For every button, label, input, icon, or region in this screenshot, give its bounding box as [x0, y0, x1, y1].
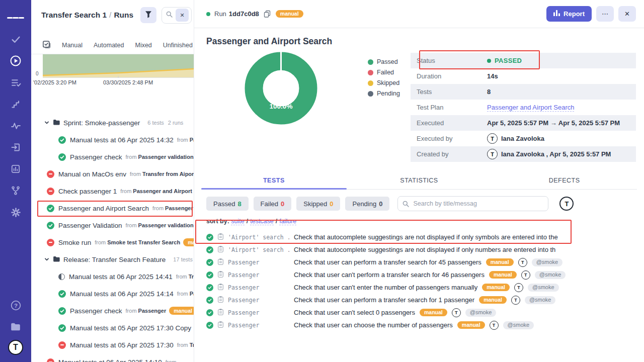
help-icon[interactable]: ? [7, 297, 24, 314]
search-icon [166, 11, 173, 20]
report-button[interactable]: Report [546, 6, 592, 22]
milestones-steps-icon[interactable] [7, 96, 24, 113]
run-tree-item[interactable]: Passenger check fromPassenger validation… [31, 148, 194, 165]
passed-status-icon [206, 234, 213, 241]
run-tree-item[interactable]: Check passenger 1 fromPassenger and Airp… [31, 183, 194, 200]
chevron-down-icon[interactable] [44, 257, 49, 262]
tests-check-icon[interactable] [7, 31, 24, 48]
filter-button[interactable] [140, 7, 156, 23]
projects-folder-icon[interactable] [7, 318, 24, 335]
tab-manual[interactable]: Manual [62, 42, 83, 49]
result-filters: Passed8 Failed0 Skipped0 Pending0 T [206, 196, 644, 211]
suite-name: Passenger [228, 322, 289, 329]
run-tree-item[interactable]: Passenger check fromPassenger manual 6 [31, 302, 194, 319]
menu-icon[interactable] [7, 9, 24, 26]
select-runs-icon[interactable] [42, 40, 51, 50]
passed-status-icon [206, 322, 213, 329]
test-row[interactable]: Passenger Check that user can't perform … [206, 268, 644, 281]
filter-failed-button[interactable]: Failed0 [254, 197, 292, 211]
import-icon[interactable] [7, 139, 24, 156]
suite-name: Passenger [228, 309, 289, 316]
branches-icon[interactable] [7, 182, 24, 199]
sort-by-failure-link[interactable]: failure [279, 218, 296, 225]
run-tree-item[interactable]: Manual tests at 06 Apr 2025 14:32 fromPa… [31, 131, 194, 148]
mixed-status-icon [58, 274, 65, 280]
passed-status-icon [58, 324, 66, 332]
run-tree-item[interactable]: Smoke run fromSmoke test Transfer Search… [31, 234, 194, 251]
copy-icon[interactable] [264, 10, 271, 18]
run-tree-item-selected[interactable]: Passenger and Airport Search fromPasseng… [31, 200, 194, 217]
test-title: Check that user can perform a transfer s… [294, 296, 474, 304]
status-value: PASSED [495, 57, 522, 64]
manual-badge: manual [169, 307, 194, 315]
test-row[interactable]: 'Airport' search ... Check that autocomp… [206, 231, 644, 243]
avatar: T [452, 308, 461, 317]
test-row[interactable]: Passenger Check that user can perform a … [206, 256, 644, 268]
run-tree-item[interactable]: Manual tests at 06 Apr 2025 14:41 fromTr… [31, 268, 194, 285]
search-tests-input[interactable] [397, 196, 548, 211]
test-title: Check that autocomplete suggestings are … [294, 233, 558, 241]
folder-tree-item[interactable]: Release: Transfer Search Feature 17 test… [31, 251, 194, 268]
user-avatar[interactable]: T [8, 340, 23, 355]
reports-chart-icon[interactable] [7, 160, 24, 177]
info-row-duration: Duration 14s [411, 68, 636, 84]
tab-automated[interactable]: Automated [94, 42, 124, 49]
test-row[interactable]: Passenger Check that user can't select 0… [206, 306, 644, 319]
breadcrumb-project[interactable]: Transfer Search 1 [41, 11, 107, 19]
test-row[interactable]: Passenger Check that user can choose the… [206, 319, 644, 331]
run-type-tabs: Manual Automated Mixed Unfinished [31, 36, 194, 54]
tab-defects[interactable]: DEFECTS [492, 173, 637, 189]
tag-chip: @smoke [465, 309, 497, 317]
run-tree-item[interactable]: Manual tests at 06 Apr 2025 14:10 from [31, 353, 194, 362]
close-button[interactable]: ✕ [618, 6, 636, 22]
manual-badge: manual [276, 10, 303, 18]
sort-by-suite-link[interactable]: suite [231, 218, 244, 225]
avatar: T [487, 149, 498, 159]
more-options-button[interactable]: ⋯ [596, 6, 614, 22]
tab-tests[interactable]: TESTS [201, 173, 347, 189]
suite-name: 'Airport' search ... [228, 234, 289, 241]
tab-statistics[interactable]: STATISTICS [347, 173, 492, 189]
test-row[interactable]: Passenger Check that user can't enter th… [206, 281, 644, 294]
runs-search-input[interactable]: ✕ [162, 7, 192, 24]
folder-tree-item[interactable]: Sprint: Smoke-passenger 6 tests2 runs [31, 114, 194, 131]
runs-side-panel: Transfer Search 1/Runs ✕ Manual Automate… [31, 0, 194, 362]
app-window: ? T Transfer Search 1/Runs ✕ Manual Auto… [0, 0, 644, 362]
filter-pending-button[interactable]: Pending0 [345, 197, 389, 211]
activity-pulse-icon[interactable] [7, 117, 24, 134]
donut-percent-label: 100.0% [270, 103, 293, 110]
passed-status-icon [58, 136, 66, 144]
passed-status-icon [58, 290, 66, 298]
failed-status-icon [47, 239, 54, 246]
test-plan-link[interactable]: Passenger and Airport Search [487, 104, 574, 112]
filter-passed-button[interactable]: Passed8 [206, 197, 249, 211]
manual-badge: manual [489, 271, 517, 279]
tab-mixed[interactable]: Mixed [135, 42, 151, 49]
test-title: Check that user can't enter the number o… [294, 284, 477, 291]
sort-by-testcase-link[interactable]: testcase [250, 218, 274, 225]
run-tree-item[interactable]: Manual tests at 05 Apr 2025 17:30 fromTr… [31, 336, 194, 353]
test-row[interactable]: Passenger Check that user can perform a … [206, 294, 644, 306]
run-tree-item[interactable]: Manual tests at 06 Apr 2025 14:14 fromPa… [31, 285, 194, 302]
run-title: Passenger check [70, 307, 122, 315]
runs-play-icon[interactable] [7, 52, 24, 69]
run-title: Manual tests at 06 Apr 2025 14:10 [58, 358, 162, 362]
clipboard-icon [218, 296, 223, 305]
filter-skipped-button[interactable]: Skipped0 [296, 197, 340, 211]
passed-status-icon [206, 246, 213, 253]
clear-search-button[interactable]: ✕ [176, 9, 189, 22]
run-tree-item[interactable]: Passenger Validation fromPassenger valid… [31, 217, 194, 234]
chevron-down-icon[interactable] [44, 120, 49, 125]
test-plans-icon[interactable] [7, 74, 24, 91]
settings-gear-icon[interactable] [7, 204, 24, 221]
run-topbar: Run 1dd7c0d8 manual Report ⋯ ✕ [194, 0, 644, 28]
tab-unfinished[interactable]: Unfinished [163, 42, 193, 49]
run-title: Manual tests at 05 Apr 2025 17:30 [70, 341, 174, 349]
passed-status-icon [58, 153, 66, 161]
breadcrumb: Transfer Search 1/Runs [41, 11, 133, 20]
run-tree-item[interactable]: Manual tests at 05 Apr 2025 17:30 Copy f… [31, 319, 194, 336]
run-detail-panel: Run 1dd7c0d8 manual Report ⋯ ✕ Passenger… [194, 0, 644, 362]
run-tree-item[interactable]: Manual on MacOs env fromTransfer from Ai… [31, 165, 194, 183]
assignee-filter-avatar[interactable]: T [559, 197, 574, 211]
test-row[interactable]: 'Airport' search ... Check that autocomp… [206, 243, 644, 256]
